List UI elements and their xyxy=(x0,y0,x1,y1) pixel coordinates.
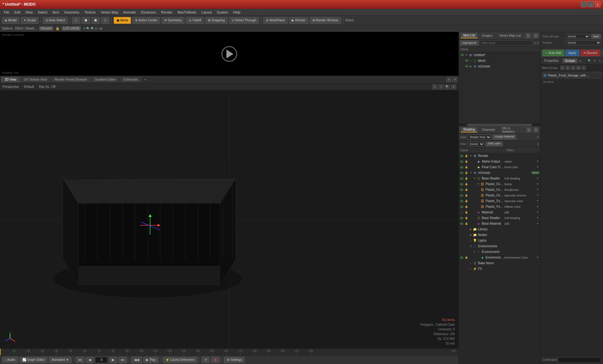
sh-effect-arrow-spec-col[interactable]: ▼ xyxy=(536,200,540,202)
tab-info-statistics[interactable]: Info & Statistics xyxy=(499,126,524,134)
tab-channels[interactable]: Channels xyxy=(479,127,497,132)
ng-icon-4[interactable]: ⊠ xyxy=(576,66,581,70)
sh-lock-diff-col[interactable]: 🔒 xyxy=(464,205,469,209)
select-through-button[interactable]: ⊙ Select Through xyxy=(229,17,259,24)
sh-lock-specular-amount[interactable]: 🔒 xyxy=(464,193,469,198)
sh-lock-alpha[interactable]: 🔒 xyxy=(464,159,469,164)
action-center-button[interactable]: ⊕ Action Center xyxy=(132,17,160,24)
sh-lock-base-shader[interactable]: 🔒 xyxy=(464,176,469,181)
edge-mode-button[interactable]: ⬢ xyxy=(82,17,90,24)
filter-items-input[interactable] xyxy=(480,40,533,46)
menu-geometry[interactable]: Geometry xyxy=(62,10,82,15)
sh-vis-roughness[interactable] xyxy=(459,188,464,192)
animated-button[interactable]: Animated ▼ xyxy=(49,357,72,363)
pg-settings-icon[interactable]: ⚙ xyxy=(597,59,602,63)
sh-vis-texture-bump[interactable] xyxy=(459,182,464,186)
filter-select[interactable]: (none) xyxy=(468,142,484,147)
assign-material-button[interactable]: Assign Material xyxy=(492,135,516,140)
sh-vis-base-shader-2[interactable] xyxy=(459,216,464,220)
sh-item-library[interactable]: ▶ 📁 Library xyxy=(459,227,540,232)
menu-texture[interactable]: Texture xyxy=(82,10,98,15)
tree-item-mesh[interactable]: ▶ ⬡ Mesh xyxy=(459,58,540,63)
render-window-button[interactable]: ⊞ Render Window xyxy=(310,17,341,24)
panel-settings-button[interactable]: ⚙ xyxy=(533,33,538,38)
sh-vis-base-shader[interactable] xyxy=(459,176,464,181)
model-button[interactable]: ◈ Model xyxy=(2,17,19,24)
minimize-button[interactable]: ─ xyxy=(581,2,587,7)
sh-arrow-library[interactable]: ▶ xyxy=(469,228,473,231)
vp-icon-settings[interactable]: ⚙ xyxy=(432,84,437,89)
pass-groups-select[interactable]: (none) xyxy=(566,34,590,39)
menu-render[interactable]: Render xyxy=(159,10,175,15)
viewport-3d[interactable]: No Items Polygons : Catmull-Clark Channe… xyxy=(0,90,459,348)
sh-item-base-material[interactable]: 🔒 ◈ Base Material (all) ▼ xyxy=(459,221,540,227)
sh-arrow-envs[interactable]: ▼ xyxy=(469,245,473,248)
sh-vis-material[interactable] xyxy=(459,210,464,215)
sh-arrow-m2modo[interactable]: ▼ xyxy=(469,171,473,174)
sh-effect-arrow-material[interactable]: ▼ xyxy=(536,211,540,214)
sh-item-environment[interactable]: ▼ ◌ Environment xyxy=(459,249,540,255)
sh-item-specular-color[interactable]: 🔒 🖼 Plastic_Food_Tray_32... Specular Col… xyxy=(459,198,540,204)
sh-vis-render[interactable] xyxy=(459,154,464,158)
sh-vis-base-material[interactable] xyxy=(459,222,464,226)
command-input[interactable] xyxy=(558,357,601,363)
add-layer-button[interactable]: Add Layer xyxy=(486,142,503,147)
sh-lock-texture-bump[interactable]: 🔒 xyxy=(464,182,469,186)
sh-arrow-base-shader[interactable]: ▼ xyxy=(473,177,476,180)
sh-lock-spec-color[interactable]: 🔒 xyxy=(464,199,469,203)
tab-item-list[interactable]: Item List xyxy=(461,33,478,38)
viewport-expand-button[interactable]: ⊞ xyxy=(446,77,451,82)
paused-badge[interactable]: Paused xyxy=(39,26,53,30)
sh-item-roughness[interactable]: 🔒 🖼 Plastic_Food_Tray_32... Roughness ▼ xyxy=(459,187,540,193)
menu-item[interactable]: Item xyxy=(50,10,62,15)
sh-effect-arrow-final-color[interactable]: ▼ xyxy=(536,166,540,169)
tab-groups[interactable]: Groups xyxy=(562,58,578,63)
settings-button[interactable]: ⚙ Settings xyxy=(224,357,245,363)
menu-edit[interactable]: Edit xyxy=(12,10,23,15)
sh-lock-roughness[interactable]: 🔒 xyxy=(464,188,469,192)
expand-arrow-m2modo[interactable]: ▶ xyxy=(469,65,473,68)
vertex-mode-button[interactable]: ⬡ xyxy=(72,17,80,24)
polygon-mode-button[interactable]: ⬟ xyxy=(91,17,100,24)
sh-item-lights[interactable]: ▶ 💡 Lights xyxy=(459,238,540,244)
maximize-button[interactable]: □ xyxy=(588,2,594,7)
add-tab-button[interactable]: + xyxy=(142,77,148,83)
new-pass-group-button[interactable]: New xyxy=(591,34,601,39)
vp-icon-expand[interactable]: ⊞ xyxy=(451,84,456,89)
sh-lock-render[interactable]: 🔒 xyxy=(464,154,469,158)
frame-input[interactable] xyxy=(95,357,108,363)
sh-arrow-render[interactable]: ▼ xyxy=(469,154,473,157)
tree-item-untitled[interactable]: ▼ ⊞ Untitled* xyxy=(459,52,540,58)
shading-settings-button[interactable]: ⚙ xyxy=(534,127,538,132)
tab-shading[interactable]: Shading xyxy=(461,127,477,132)
sh-effect-arrow-env-mat[interactable]: ▼ xyxy=(536,256,540,259)
tab-gradient-editor[interactable]: Gradient Editor xyxy=(91,77,119,82)
falloff-button[interactable]: ◎ Falloff xyxy=(186,17,204,24)
sh-item-base-shader[interactable]: 🔒 ▼ ⬡ Base Shader Full Shading ▼ xyxy=(459,176,540,181)
sh-item-bake-items[interactable]: ▶ ⊟ Bake Items xyxy=(459,260,540,266)
sh-item-nodes[interactable]: ▶ 📁 Nodes xyxy=(459,232,540,238)
tab-uv-texture-view[interactable]: UV Texture View xyxy=(20,77,51,82)
sh-arrow-env[interactable]: ▼ xyxy=(473,250,476,253)
menu-dynamics[interactable]: Dynamics xyxy=(139,10,159,15)
menu-help[interactable]: Help xyxy=(231,10,243,15)
tab-vertex-map-list[interactable]: Vertex Map List xyxy=(497,33,524,38)
add-item-button[interactable]: Add Item ▼ xyxy=(460,40,479,46)
expand-arrow-mesh[interactable]: ▶ xyxy=(469,59,473,62)
timeline-ruler[interactable]: 0 10 20 30 40 50 60 70 xyxy=(0,349,459,355)
sh-item-texture-bump[interactable]: 🔒 ▼ 🖼 Plastic_Food_Tray_32W... Bump ▼ xyxy=(459,181,540,187)
sh-vis-diff-col[interactable] xyxy=(459,205,464,209)
auto-add-button[interactable]: ✓ Auto Add xyxy=(542,50,564,56)
expand-arrow[interactable]: ▼ xyxy=(464,54,468,56)
sculpt-button[interactable]: ✦ Sculpt xyxy=(21,17,39,24)
ng-icon-2[interactable]: ⊞ xyxy=(566,66,570,70)
sh-effect-arrow-base-material[interactable]: ▼ xyxy=(536,222,540,225)
sh-item-m2modo[interactable]: 🔒 ▼ ⊛ m2modo Items xyxy=(459,170,540,176)
sh-lock-material[interactable]: 🔒 xyxy=(464,210,469,215)
pg-expand-icon[interactable]: ⊞ xyxy=(592,59,597,63)
sh-effect-arrow-spec-amt[interactable]: ▼ xyxy=(536,194,540,197)
sh-lock-base-material[interactable]: 🔒 xyxy=(464,222,469,226)
tab-schematic[interactable]: Schematic xyxy=(120,77,142,82)
menu-view[interactable]: View xyxy=(23,10,35,15)
menu-animate[interactable]: Animate xyxy=(121,10,138,15)
